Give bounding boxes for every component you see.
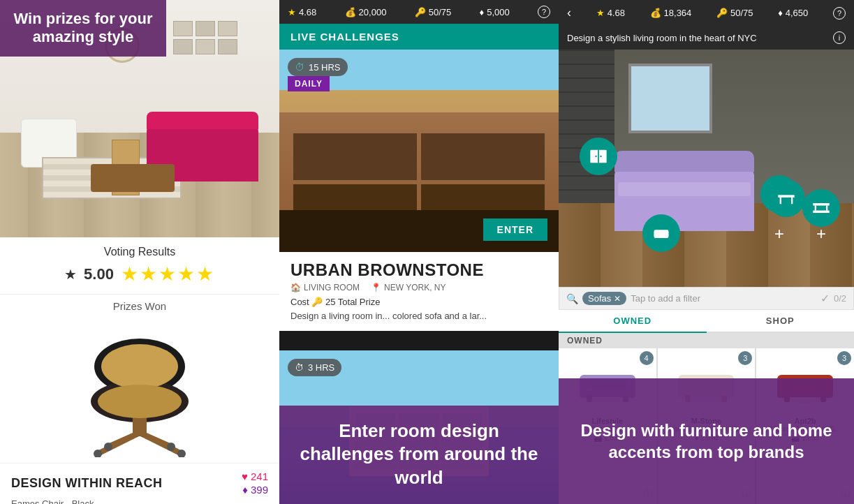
item-badge-1: 4 — [640, 351, 654, 365]
svg-point-10 — [167, 443, 175, 451]
diamond-nav-icon: ♦ — [480, 7, 485, 17]
diamond-icon-right: ♦ — [778, 8, 783, 18]
room-description-bar: Design a stylish living room in the hear… — [559, 26, 854, 50]
help-icon[interactable]: ? — [538, 6, 550, 18]
challenge-tooltip: Enter room design challenges from around… — [279, 406, 559, 504]
tab-owned[interactable]: OWNED — [559, 310, 707, 333]
room-preview-image: Win prizes for your amazing style — [0, 0, 279, 237]
room-description-text: Design a stylish living room in the hear… — [567, 33, 757, 43]
filter-check-icon: ✓ — [820, 292, 830, 305]
tab-shop[interactable]: SHOP — [707, 310, 855, 332]
location-icon: 📍 — [371, 283, 381, 292]
room-preview-right: + + — [559, 50, 854, 287]
right-rating: ★ 4.68 — [596, 8, 625, 18]
time-value-1: 15 HRS — [309, 62, 341, 73]
brand-name: DESIGN WITHIN REACH — [11, 476, 163, 491]
furniture-bubble-cabinet[interactable] — [580, 138, 617, 175]
furniture-bubble-rug[interactable] — [642, 214, 680, 252]
right-diamonds: ♦ 4,650 — [778, 8, 808, 18]
search-filter-bar: 🔍 Sofas ✕ Tap to add a filter ✓ 0/2 — [559, 287, 854, 310]
star-icon: ★ — [288, 7, 296, 17]
banner-title: Win prizes for your amazing style — [13, 10, 154, 47]
mid-rating-value: 4.68 — [299, 7, 316, 17]
win-prizes-banner: Win prizes for your amazing style — [0, 0, 166, 57]
mid-rating: ★ 4.68 — [288, 7, 316, 17]
challenge-meta: 🏠 LIVING ROOM 📍 NEW YORK, NY — [290, 283, 547, 292]
diamond-count: ♦ 399 — [242, 484, 268, 496]
prizes-won-section: Prizes Won — [0, 295, 279, 463]
svg-point-23 — [595, 156, 596, 157]
room-icon: 🏠 — [290, 283, 301, 292]
svg-rect-18 — [813, 211, 829, 214]
filter-placeholder[interactable]: Tap to add a filter — [631, 293, 816, 304]
challenge-title: URBAN BROWNSTONE — [290, 260, 547, 280]
prize-chair-image — [70, 318, 209, 457]
back-arrow-icon[interactable]: ‹ — [567, 6, 571, 20]
owned-shop-tabs: OWNED SHOP — [559, 310, 854, 333]
filter-tag-label: Sofas — [588, 293, 611, 304]
filter-count: 0/2 — [834, 293, 846, 304]
furniture-bubble-shelf[interactable] — [802, 189, 840, 227]
svg-line-5 — [108, 433, 140, 447]
challenge-card-1: ⏱ 15 HRS DAILY ENTER — [279, 50, 559, 252]
add-icon-1: + — [774, 224, 784, 244]
mid-diamonds: ♦ 5,000 — [480, 7, 510, 17]
middle-panel: ★ 4.68 💰 20,000 🔑 50/75 ♦ 5,000 ? LIVE C… — [279, 0, 559, 504]
stars-yellow: ★★★★★ — [121, 262, 215, 286]
star-black-icon: ★ — [64, 266, 77, 283]
right-rating-value: 4.68 — [608, 8, 625, 18]
challenge-description: Design a living room in... colored sofa … — [290, 310, 547, 323]
svg-point-12 — [98, 385, 182, 418]
design-furniture-tooltip: Design with furniture and home accents f… — [559, 378, 854, 504]
enter-button[interactable]: ENTER — [483, 218, 547, 241]
diamond-icon: ♦ — [242, 484, 248, 496]
mid-coins: 💰 20,000 — [345, 7, 387, 17]
rating-score: 5.00 — [84, 265, 114, 283]
furniture-bubble-table[interactable] — [767, 179, 805, 217]
right-diamonds-value: 4,650 — [786, 8, 809, 18]
right-keys-value: 50/75 — [730, 8, 753, 18]
info-icon[interactable]: i — [833, 31, 846, 44]
search-icon: 🔍 — [566, 293, 578, 304]
daily-label: DAILY — [295, 79, 323, 89]
svg-rect-27 — [791, 198, 793, 204]
right-top-bar: ‹ ★ 4.68 💰 18,364 🔑 50/75 ♦ 4,650 ? — [559, 0, 854, 26]
challenge-info: URBAN BROWNSTONE 🏠 LIVING ROOM 📍 NEW YOR… — [279, 252, 559, 331]
coins-icon-right: 💰 — [650, 8, 661, 18]
key-icon-right: 🔑 — [716, 8, 728, 18]
right-coins-value: 18,364 — [664, 8, 692, 18]
mid-keys: 🔑 50/75 — [415, 7, 452, 17]
daily-badge: DAILY — [288, 76, 330, 91]
prizes-won-label: Prizes Won — [11, 300, 268, 312]
add-icon-2: + — [816, 224, 826, 244]
coffee-table — [91, 164, 175, 192]
coins-icon: 💰 — [345, 7, 356, 17]
brick-wall — [559, 50, 614, 203]
meta-location: 📍 NEW YORK, NY — [371, 283, 446, 292]
wall-art — [173, 21, 237, 54]
time-badge-1: ⏱ 15 HRS — [288, 58, 348, 76]
prize-brand-row: DESIGN WITHIN REACH ♥ 241 ♦ 399 — [0, 463, 279, 498]
svg-point-9 — [104, 443, 112, 451]
clock-icon-2: ⏱ — [295, 362, 304, 373]
mid-diamonds-value: 5,000 — [487, 7, 510, 17]
window — [628, 64, 712, 133]
right-help[interactable]: ? — [833, 7, 846, 20]
filter-remove-icon[interactable]: ✕ — [614, 294, 621, 304]
mid-keys-value: 50/75 — [429, 7, 452, 17]
prize-item-name: Eames Chair - Black — [0, 498, 279, 504]
svg-line-6 — [140, 433, 171, 447]
live-challenges-label: LIVE CHALLENGES — [290, 31, 399, 43]
challenge-cost: Cost 🔑 25 Total Prize — [290, 297, 547, 307]
mid-help[interactable]: ? — [538, 6, 550, 18]
svg-rect-28 — [654, 230, 669, 238]
left-panel: Win prizes for your amazing style Voting… — [0, 0, 279, 504]
sofas-filter-tag[interactable]: Sofas ✕ — [582, 292, 626, 305]
key-icon: 🔑 — [415, 7, 426, 17]
heart-value: 241 — [251, 470, 268, 482]
svg-rect-26 — [780, 198, 781, 204]
right-coins: 💰 18,364 — [650, 8, 692, 18]
clock-icon: ⏱ — [295, 61, 304, 73]
help-icon-right[interactable]: ? — [833, 7, 846, 20]
prize-counts: ♥ 241 ♦ 399 — [242, 470, 268, 496]
